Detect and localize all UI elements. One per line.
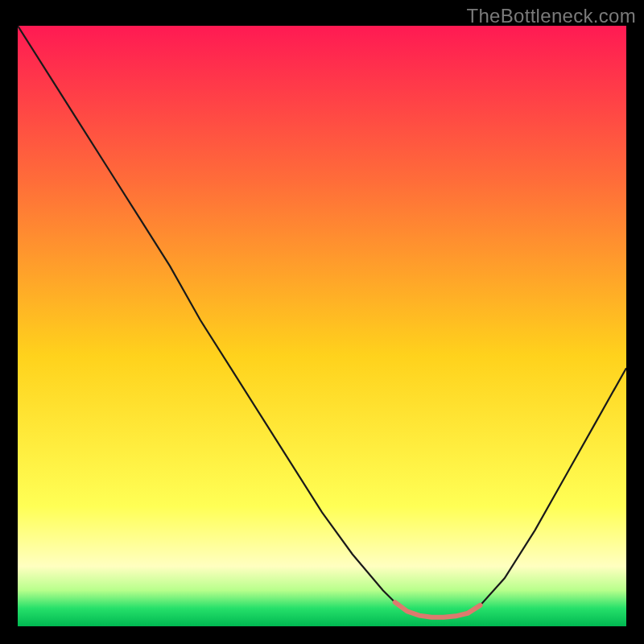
chart-root: TheBottleneck.com bbox=[0, 0, 644, 644]
gradient-background bbox=[18, 26, 626, 626]
bottleneck-plot bbox=[18, 26, 626, 626]
watermark-text: TheBottleneck.com bbox=[466, 5, 636, 27]
plot-frame bbox=[18, 26, 626, 626]
